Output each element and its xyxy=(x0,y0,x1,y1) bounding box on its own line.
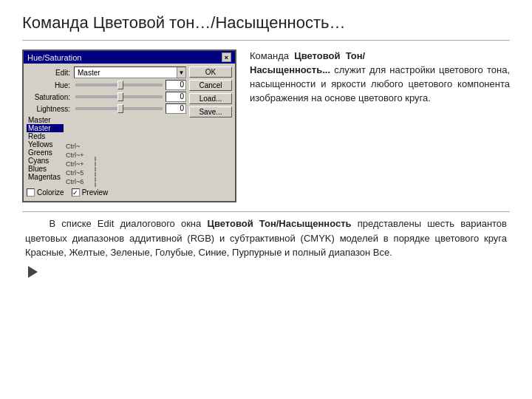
colorize-checkbox-row: Colorize xyxy=(27,188,64,197)
shortcut-blues: Ctrl~5 xyxy=(65,169,93,178)
list-item-master-top[interactable]: Master xyxy=(27,116,64,124)
saturation-slider-thumb[interactable] xyxy=(117,92,123,101)
shortcut-greens: Ctrl~+ xyxy=(65,151,93,160)
content-row: Hue/Saturation × Edit: Master ▼ xyxy=(22,50,510,202)
play-triangle-icon xyxy=(28,266,38,278)
triangle-row xyxy=(22,266,510,281)
lightness-slider-track[interactable] xyxy=(75,107,163,110)
list-item-blues[interactable]: Blues xyxy=(27,165,64,173)
colorize-checkbox[interactable] xyxy=(27,188,35,197)
dialog-controls: Edit: Master ▼ Hue: xyxy=(27,66,186,198)
preview-checkbox[interactable]: ✓ xyxy=(72,188,80,197)
shortcut-list: Ctrl~ Ctrl~+ Ctrl~+ Ctrl~5 Ctrl~6 xyxy=(65,116,93,187)
hue-label: Hue: xyxy=(27,81,72,89)
red-color-bar xyxy=(95,157,96,161)
cyan-color-bar xyxy=(95,172,96,177)
ok-button[interactable]: OK xyxy=(189,66,232,78)
lightness-input[interactable]: 0 xyxy=(166,103,186,114)
cancel-button[interactable]: Cancel xyxy=(189,80,232,91)
dialog-window: Hue/Saturation × Edit: Master ▼ xyxy=(22,50,236,202)
hue-input[interactable]: 0 xyxy=(166,80,186,90)
edit-dropdown-container[interactable]: Master ▼ xyxy=(74,66,186,78)
edit-row: Edit: Master ▼ xyxy=(27,66,186,78)
lightness-row: Lightness: 0 xyxy=(27,103,186,114)
yellow-color-bar xyxy=(95,162,96,166)
green-color-bar xyxy=(95,167,96,171)
checkbox-area: Colorize ✓ Preview xyxy=(27,188,186,198)
top-divider xyxy=(22,40,510,41)
dialog-body: Edit: Master ▼ Hue: xyxy=(24,64,235,201)
hue-slider-track[interactable] xyxy=(75,83,163,86)
list-item-magentas[interactable]: Magentas xyxy=(27,173,64,181)
load-button[interactable]: Load... xyxy=(189,93,232,104)
color-list: Master Master Reds Yellows Greens Cyans … xyxy=(27,116,64,187)
saturation-input[interactable]: 0 xyxy=(166,92,186,102)
list-item-reds[interactable]: Reds xyxy=(27,132,64,140)
list-item-yellows[interactable]: Yellows xyxy=(27,140,64,149)
description-text: Команда Цветовой Тон/Насыщенность... слу… xyxy=(250,50,510,202)
page-container: Команда Цветовой тон…/Насыщенность… Hue/… xyxy=(0,0,532,399)
edit-dropdown[interactable]: Master ▼ xyxy=(74,66,186,78)
list-item-cyans[interactable]: Cyans xyxy=(27,157,64,165)
blue-color-bar xyxy=(95,177,96,182)
bottom-text-bold: Цветовой Тон/Насыщенность xyxy=(207,218,351,229)
saturation-slider-track[interactable] xyxy=(75,95,163,98)
shortcut-cyans: Ctrl~+ xyxy=(65,160,93,169)
edit-label: Edit: xyxy=(27,69,72,77)
preview-label: Preview xyxy=(82,188,109,197)
bottom-divider xyxy=(22,211,510,212)
saturation-label: Saturation: xyxy=(27,93,72,101)
magenta-color-bar xyxy=(95,183,96,187)
shortcut-yellows: Ctrl~ xyxy=(65,143,93,151)
list-item-master[interactable]: Master xyxy=(27,124,64,132)
shortcut-magentas: Ctrl~6 xyxy=(65,178,93,187)
bottom-text: В списке Edit диалогового окна Цветовой … xyxy=(22,216,510,260)
edit-dropdown-value: Master xyxy=(76,68,184,78)
saturation-row: Saturation: 0 xyxy=(27,92,186,102)
colorize-label: Colorize xyxy=(37,188,64,197)
dialog-title: Hue/Saturation xyxy=(27,53,81,62)
save-button[interactable]: Save... xyxy=(189,106,232,117)
dialog-titlebar: Hue/Saturation × xyxy=(24,51,235,64)
hue-slider-thumb[interactable] xyxy=(117,81,123,89)
hue-row: Hue: 0 xyxy=(27,80,186,90)
lightness-label: Lightness: xyxy=(27,105,72,113)
dialog-buttons: OK Cancel Load... Save... xyxy=(189,66,232,198)
page-title: Команда Цветовой тон…/Насыщенность… xyxy=(22,13,510,33)
color-list-area: Master Master Reds Yellows Greens Cyans … xyxy=(27,116,186,187)
description-bold-1: Цветовой Тон/Насыщенность... xyxy=(250,50,365,75)
preview-checkbox-row: ✓ Preview xyxy=(72,188,109,197)
lightness-slider-thumb[interactable] xyxy=(117,104,123,113)
list-item-greens[interactable]: Greens xyxy=(27,149,64,157)
edit-dropdown-arrow[interactable]: ▼ xyxy=(177,67,185,78)
dialog-close-button[interactable]: × xyxy=(222,52,231,62)
color-bars-area xyxy=(95,116,96,187)
